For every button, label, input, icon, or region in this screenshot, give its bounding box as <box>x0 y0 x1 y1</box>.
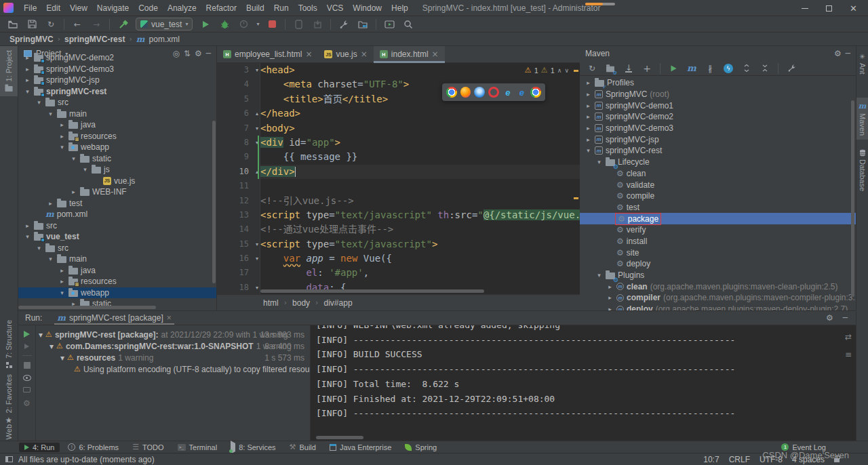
chevron-icon[interactable]: ▾ <box>81 166 89 173</box>
chevron-icon[interactable]: ▾ <box>58 144 66 150</box>
editor-breadcrumb-item[interactable]: div#app <box>324 298 353 308</box>
sync-icon[interactable]: ↻ <box>45 18 57 31</box>
ie-icon[interactable]: e <box>502 87 513 98</box>
toolwindow-button-todo[interactable]: ☰TODO <box>127 442 169 452</box>
run-tree-row[interactable]: ▾⚠resources 1 warning1 s 573 ms <box>36 352 310 363</box>
chevron-icon[interactable]: ▾ <box>47 256 54 262</box>
run-maven-goal-icon[interactable] <box>668 62 679 75</box>
upload-artifact-icon[interactable] <box>311 18 323 31</box>
chevron-icon[interactable]: ▸ <box>585 113 592 120</box>
code-line[interactable] <box>260 179 580 193</box>
code-line[interactable]: <!--引入vue.js--> <box>260 194 580 208</box>
maven-row-verify[interactable]: ⚙verify <box>580 224 856 236</box>
maven-row-deploy[interactable]: ▸mdeploy (org.apache.maven.plugins:maven… <box>580 304 856 310</box>
menu-file[interactable]: File <box>19 3 41 13</box>
project-tree-row-webapp[interactable]: ▾webapp <box>18 142 216 153</box>
code-line[interactable]: var app = new Vue({ <box>260 251 580 266</box>
chevron-icon[interactable]: ▸ <box>606 294 614 301</box>
maven-row-springmvc-demo1[interactable]: ▸mspringMVC-demo1 <box>580 100 856 111</box>
run-config-selector[interactable]: vue_test ▾ <box>136 18 193 31</box>
horizontal-scrollbar[interactable] <box>316 436 363 439</box>
maven-row-install[interactable]: ⚙install <box>580 236 856 247</box>
project-tree-row-js[interactable]: ▾js <box>18 164 216 176</box>
execute-maven-goal-icon[interactable]: m <box>686 62 697 75</box>
chevron-icon[interactable]: ▸ <box>70 188 77 195</box>
project-tree-row-test[interactable]: ▸test <box>18 198 216 209</box>
menu-code[interactable]: Code <box>134 3 163 13</box>
project-tree-row-springmvc-demo3[interactable]: ▸springMVC-demo3 <box>18 64 216 75</box>
project-tree-row-src[interactable]: ▾src <box>18 243 216 254</box>
maven-row-profiles[interactable]: ▸✓Profiles <box>580 77 856 89</box>
search-icon[interactable] <box>402 18 414 31</box>
run-button[interactable] <box>199 18 212 31</box>
editor-tab-index-html[interactable]: Hindex.html× <box>374 46 445 62</box>
fold-icon[interactable]: ▾ <box>256 63 258 77</box>
gear-icon[interactable]: ⚙ <box>826 313 833 323</box>
fold-icon[interactable]: ▾ <box>256 251 258 266</box>
rerun-icon[interactable] <box>24 331 30 338</box>
menu-help[interactable]: Help <box>387 3 413 13</box>
menu-run[interactable]: Run <box>269 3 294 13</box>
chevron-icon[interactable]: ▸ <box>585 91 592 98</box>
maven-row-compile[interactable]: ⚙compile <box>580 190 856 202</box>
maven-row-springmvc-jsp[interactable]: ▸mspringMVC-jsp <box>580 134 856 145</box>
chevron-icon[interactable]: ▾ <box>50 342 54 351</box>
minimize-button[interactable] <box>802 8 808 9</box>
project-tree-row-springmvc-demo2[interactable]: ▸springMVC-demo2 <box>18 52 216 64</box>
reimport-icon[interactable]: ↻ <box>587 62 597 75</box>
chevron-icon[interactable]: ▸ <box>606 306 614 310</box>
chevron-icon[interactable]: ▸ <box>606 283 614 290</box>
horizontal-scrollbar[interactable] <box>18 306 156 309</box>
add-maven-project-icon[interactable]: + <box>642 62 652 75</box>
stop-icon[interactable] <box>24 362 31 369</box>
project-tree-row-main[interactable]: ▾main <box>18 254 216 265</box>
project-tree-row-src[interactable]: ▾src <box>18 97 216 108</box>
breadcrumb-project[interactable]: SpringMVC <box>9 35 54 44</box>
chevron-icon[interactable]: ▸ <box>24 54 31 61</box>
editor-tab-vue-js[interactable]: JSvue.js× <box>318 46 373 62</box>
project-tree-row-resources[interactable]: ▸resources <box>18 276 216 287</box>
editor-breadcrumb-item[interactable]: body <box>292 298 310 308</box>
menu-navigate[interactable]: Navigate <box>92 3 134 13</box>
menu-view[interactable]: View <box>65 3 92 13</box>
close-icon[interactable]: × <box>305 49 312 59</box>
open-icon[interactable] <box>7 18 19 31</box>
settings-bug-icon[interactable]: ⚙ <box>23 399 31 408</box>
chevron-icon[interactable]: ▾ <box>70 155 77 162</box>
skip-tests-icon[interactable]: ∦ <box>705 62 715 75</box>
forward-icon[interactable]: → <box>90 18 102 31</box>
maven-panel-title[interactable]: Maven <box>585 49 610 58</box>
generate-sources-icon[interactable]: ⚙ <box>605 62 616 75</box>
toolwindow-button-build[interactable]: ⚒Build <box>284 442 321 452</box>
chevron-icon[interactable]: ▾ <box>58 289 66 296</box>
maven-row-lifecycle[interactable]: ▾⚙Lifecycle <box>580 157 856 168</box>
rerun-failed-icon[interactable] <box>24 344 29 349</box>
project-tree-row-springmvc-jsp[interactable]: ▸springMVC-jsp <box>18 75 216 86</box>
stripe-database-button[interactable]: Database <box>856 145 868 195</box>
project-tree-row-vue-js[interactable]: JSvue.js <box>18 176 216 187</box>
filter-eye-icon[interactable] <box>23 375 31 381</box>
code-line[interactable]: </div> <box>260 165 580 179</box>
chevron-icon[interactable]: ▸ <box>58 278 66 285</box>
maven-row-springmvc-demo3[interactable]: ▸mspringMVC-demo3 <box>580 123 856 134</box>
chevron-icon[interactable]: ▸ <box>585 79 592 86</box>
toolwindow-button-4-run[interactable]: 4: Run <box>19 443 60 452</box>
debug-button[interactable] <box>218 18 231 31</box>
code-line[interactable]: <body> <box>260 121 580 136</box>
close-button[interactable]: ✕ <box>850 4 857 13</box>
hide-panel-icon[interactable]: ─ <box>843 313 848 323</box>
project-tree-row-resources[interactable]: ▸resources <box>18 131 216 142</box>
chevron-icon[interactable]: ▸ <box>58 121 66 128</box>
project-tree-row-pom-xml[interactable]: mpom.xml <box>18 209 216 220</box>
status-item-crlf[interactable]: CRLF <box>729 455 750 464</box>
project-tree-row-webapp[interactable]: ▾webapp <box>18 287 216 299</box>
maven-row-springmvc-demo2[interactable]: ▸mspringMVC-demo2 <box>580 111 856 123</box>
status-item-10-7[interactable]: 10:7 <box>703 455 719 464</box>
menu-edit[interactable]: Edit <box>41 3 65 13</box>
code-line[interactable]: </head> <box>260 106 580 121</box>
toolwindow-button-java-enterprise[interactable]: Java Enterprise <box>324 443 397 452</box>
chrome-icon[interactable] <box>446 87 457 98</box>
breadcrumb-module[interactable]: springMVC-rest <box>64 35 125 44</box>
project-tree-row-main[interactable]: ▾main <box>18 108 216 120</box>
stripe-structure-button[interactable]: 7: Structure <box>0 316 18 373</box>
